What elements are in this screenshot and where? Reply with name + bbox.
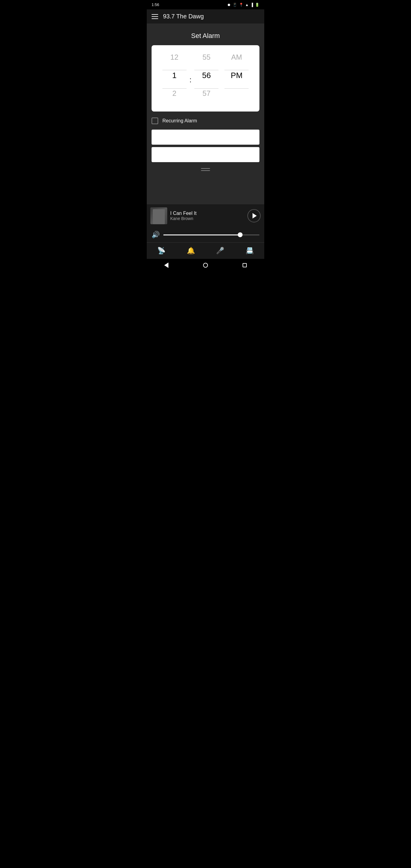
album-art-image [150, 207, 167, 224]
recurring-row[interactable]: Recurring Alarm [147, 112, 264, 127]
location-icon: 📍 [239, 3, 244, 7]
app-title: 93.7 The Dawg [163, 13, 204, 20]
minute-selected[interactable]: 56 [191, 66, 221, 84]
track-title: I Can Feel It [170, 211, 244, 216]
volume-fill [163, 235, 240, 236]
alarm-content: Set Alarm 12 1 2 : 55 56 57 [147, 24, 264, 204]
play-button[interactable] [247, 209, 261, 222]
track-info: I Can Feel It Kane Brown [170, 211, 244, 221]
menu-button[interactable] [152, 14, 158, 19]
period-below[interactable] [221, 84, 252, 102]
minute-above[interactable]: 55 [191, 48, 221, 66]
volume-track[interactable] [163, 235, 259, 236]
status-time: 1:56 [152, 2, 159, 7]
battery-icon: 🔋 [255, 3, 259, 7]
bottom-nav: 📡 🔔 🎤 📇 [147, 242, 264, 259]
minute-below[interactable]: 57 [191, 84, 221, 102]
system-nav [147, 259, 264, 272]
track-artist: Kane Brown [170, 216, 244, 221]
set-alarm-title: Set Alarm [147, 24, 264, 45]
now-playing-bar: I Can Feel It Kane Brown [147, 204, 264, 227]
hour-selected[interactable]: 1 [159, 66, 190, 84]
nav-item-contact[interactable]: 📇 [235, 245, 264, 256]
status-bar: 1:56 ⏺ 📱 📍 ▲ ▐ 🔋 [147, 0, 264, 9]
play-icon [253, 213, 257, 218]
period-selected[interactable]: PM [221, 66, 252, 84]
hour-below[interactable]: 2 [159, 84, 190, 102]
screen-icon: 📱 [232, 3, 237, 7]
alarm-option-box-1[interactable] [152, 130, 259, 145]
contact-icon: 📇 [246, 247, 254, 255]
minute-column[interactable]: 55 56 57 [191, 48, 221, 108]
drag-handle-lines[interactable] [201, 168, 210, 171]
record-icon: ⏺ [227, 3, 231, 7]
hour-column[interactable]: 12 1 2 [159, 48, 190, 108]
time-separator: : [190, 73, 192, 84]
mic-icon: 🎤 [216, 247, 224, 255]
time-picker-container: 12 1 2 : 55 56 57 AM PM [152, 45, 259, 112]
period-above[interactable]: AM [221, 48, 252, 66]
recurring-label: Recurring Alarm [162, 118, 197, 124]
home-button[interactable] [203, 263, 208, 268]
nav-item-radio[interactable]: 📡 [147, 245, 176, 256]
radio-icon: 📡 [157, 247, 165, 255]
hour-above[interactable]: 12 [159, 48, 190, 66]
volume-row: 🔊 [147, 227, 264, 242]
back-button[interactable] [164, 262, 168, 268]
nav-item-mic[interactable]: 🎤 [205, 245, 235, 256]
drag-handle[interactable] [147, 164, 264, 173]
status-icons: ⏺ 📱 📍 ▲ ▐ 🔋 [227, 3, 259, 7]
period-column[interactable]: AM PM [221, 48, 252, 108]
app-bar: 93.7 The Dawg [147, 9, 264, 24]
recents-button[interactable] [243, 263, 247, 267]
recurring-checkbox[interactable] [152, 118, 158, 124]
alarm-icon: 🔔 [187, 247, 195, 255]
wifi-icon: ▲ [245, 3, 249, 7]
volume-icon: 🔊 [152, 231, 160, 239]
volume-thumb[interactable] [238, 232, 243, 237]
time-picker[interactable]: 12 1 2 : 55 56 57 AM PM [152, 48, 259, 108]
signal-icon: ▐ [250, 3, 253, 7]
album-art [150, 207, 167, 224]
nav-item-alarm[interactable]: 🔔 [176, 245, 206, 256]
alarm-option-box-2[interactable] [152, 147, 259, 162]
